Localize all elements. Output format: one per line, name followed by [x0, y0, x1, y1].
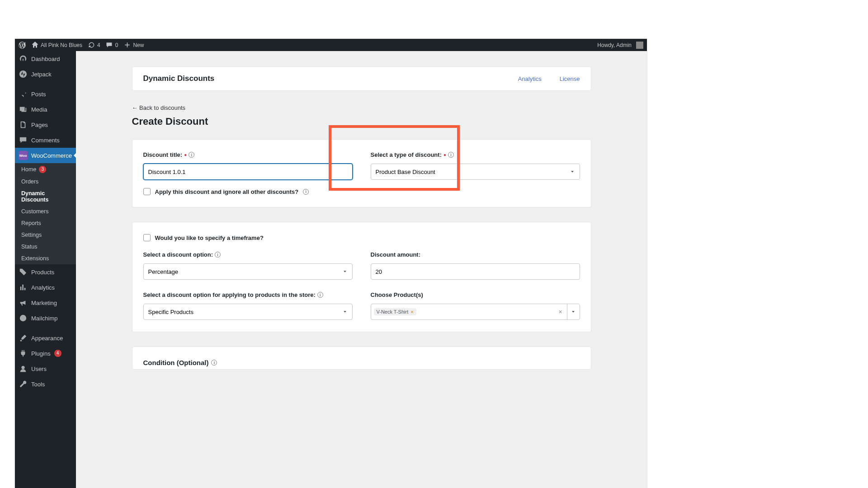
clear-products-icon[interactable]: ×	[554, 308, 567, 315]
header-analytics-link[interactable]: Analytics	[518, 75, 542, 82]
page-title: Create Discount	[132, 116, 591, 127]
condition-card: Condition (Optional) i	[132, 347, 591, 370]
back-to-discounts-link[interactable]: ← Back to discounts	[132, 104, 186, 111]
comments-count: 0	[115, 42, 118, 48]
comments-link[interactable]: 0	[106, 42, 118, 49]
sidebar-item-tools[interactable]: Tools	[15, 376, 76, 392]
ignore-others-label: Apply this discount and ignore all other…	[155, 188, 299, 195]
sidebar-item-dashboard[interactable]: Dashboard	[15, 51, 76, 66]
discount-type-select[interactable]: Product Base Discount	[371, 164, 580, 180]
ignore-others-checkbox[interactable]	[143, 188, 151, 195]
chevron-down-icon[interactable]	[567, 304, 580, 319]
sidebar-item-products[interactable]: Products	[15, 264, 76, 280]
woocommerce-submenu: Home 3 Orders Dynamic Discounts Customer…	[15, 163, 76, 264]
admin-toolbar: All Pink No Blues 4 0	[15, 39, 647, 51]
sidebar-item-appearance[interactable]: Appearance	[15, 330, 76, 346]
sidebar-item-woo-home[interactable]: Home 3	[15, 163, 76, 176]
comments-icon	[19, 136, 28, 145]
site-name: All Pink No Blues	[41, 42, 82, 48]
updates-link[interactable]: 4	[88, 42, 100, 49]
site-name-link[interactable]: All Pink No Blues	[31, 42, 82, 49]
svg-point-1	[20, 315, 26, 321]
sidebar-item-jetpack[interactable]: Jetpack	[15, 66, 76, 82]
sidebar-item-woo-reports[interactable]: Reports	[15, 217, 76, 229]
account-link[interactable]: Howdy, Admin	[597, 42, 643, 49]
sidebar-item-pages[interactable]: Pages	[15, 117, 76, 132]
sidebar-item-woo-status[interactable]: Status	[15, 241, 76, 253]
discount-type-label: Select a type of discount: ● i	[371, 151, 580, 158]
woocommerce-icon: Woo	[19, 151, 28, 160]
admin-sidebar: Dashboard Jetpack Posts Media Pages Comm…	[15, 51, 76, 488]
sidebar-item-analytics[interactable]: Analytics	[15, 280, 76, 295]
choose-products-select[interactable]: V-Neck T-Shirt × ×	[371, 304, 580, 320]
remove-tag-icon[interactable]: ×	[410, 309, 413, 314]
discount-config-card: Would you like to specify a timeframe? S…	[132, 222, 591, 332]
discount-option-select[interactable]: Percentage	[143, 263, 353, 280]
info-icon[interactable]: i	[448, 152, 454, 158]
apply-option-label: Select a discount option for applying to…	[143, 291, 353, 298]
info-icon[interactable]: i	[189, 152, 194, 158]
chevron-down-icon	[342, 269, 348, 274]
pages-icon	[19, 120, 28, 129]
sidebar-item-woo-extensions[interactable]: Extensions	[15, 253, 76, 264]
info-icon[interactable]: i	[303, 189, 309, 195]
howdy-text: Howdy, Admin	[597, 42, 632, 48]
mailchimp-icon	[19, 314, 28, 323]
chevron-down-icon	[342, 309, 348, 314]
user-icon	[19, 364, 28, 373]
sidebar-item-woo-settings[interactable]: Settings	[15, 229, 76, 241]
analytics-icon	[19, 283, 28, 292]
wordpress-icon	[19, 42, 26, 49]
timeframe-checkbox[interactable]	[143, 234, 151, 241]
sidebar-item-comments[interactable]: Comments	[15, 132, 76, 148]
sidebar-item-posts[interactable]: Posts	[15, 86, 76, 102]
tools-icon	[19, 380, 28, 389]
svg-point-0	[19, 70, 27, 78]
chevron-down-icon	[570, 169, 575, 174]
info-icon[interactable]: i	[317, 292, 323, 298]
required-icon: ●	[443, 152, 446, 157]
sidebar-item-woo-dynamic-discounts[interactable]: Dynamic Discounts	[15, 188, 76, 206]
info-icon[interactable]: i	[215, 252, 221, 258]
product-tag: V-Neck T-Shirt ×	[374, 308, 416, 315]
avatar-icon	[636, 42, 643, 49]
new-label: New	[133, 42, 144, 48]
plugin-title: Dynamic Discounts	[143, 74, 500, 83]
plugins-badge: 4	[54, 350, 61, 357]
sidebar-item-marketing[interactable]: Marketing	[15, 295, 76, 310]
svg-point-2	[21, 366, 24, 369]
plus-icon	[123, 42, 131, 49]
header-license-link[interactable]: License	[560, 75, 580, 82]
home-icon	[31, 42, 38, 49]
discount-option-label: Select a discount option: i	[143, 251, 353, 258]
info-icon[interactable]: i	[211, 360, 217, 366]
discount-amount-input[interactable]	[371, 263, 580, 280]
update-icon	[88, 42, 95, 49]
jetpack-icon	[19, 70, 28, 79]
apply-option-select[interactable]: Specific Products	[143, 304, 353, 320]
discount-title-input[interactable]	[143, 164, 353, 180]
sidebar-item-users[interactable]: Users	[15, 361, 76, 376]
required-icon: ●	[184, 152, 187, 157]
plugin-header: Dynamic Discounts Analytics License	[132, 66, 591, 91]
timeframe-label: Would you like to specify a timeframe?	[155, 235, 264, 241]
dashboard-icon	[19, 54, 28, 63]
sidebar-item-woo-orders[interactable]: Orders	[15, 176, 76, 188]
new-content-link[interactable]: New	[123, 42, 144, 49]
brush-icon	[19, 333, 28, 343]
sidebar-item-media[interactable]: Media	[15, 102, 76, 117]
products-icon	[19, 267, 28, 277]
updates-count: 4	[97, 42, 100, 48]
sidebar-item-mailchimp[interactable]: Mailchimp	[15, 310, 76, 326]
discount-amount-label: Discount amount:	[371, 251, 580, 258]
wp-logo[interactable]	[19, 42, 26, 49]
comment-icon	[106, 42, 113, 49]
discount-basics-card: Discount title: ● i Apply this discount …	[132, 139, 591, 207]
sidebar-item-woo-customers[interactable]: Customers	[15, 206, 76, 217]
product-tags[interactable]: V-Neck T-Shirt ×	[371, 306, 554, 317]
media-icon	[19, 105, 28, 114]
sidebar-item-plugins[interactable]: Plugins 4	[15, 346, 76, 361]
megaphone-icon	[19, 298, 28, 307]
home-badge: 3	[39, 166, 46, 173]
sidebar-item-woocommerce[interactable]: WooWooCommerce	[15, 148, 76, 163]
